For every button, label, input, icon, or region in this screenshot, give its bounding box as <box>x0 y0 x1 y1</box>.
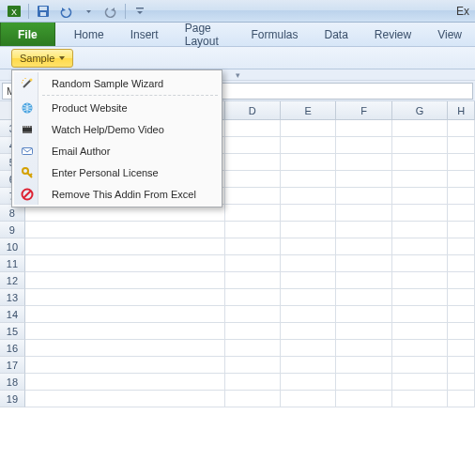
cell[interactable] <box>392 272 448 289</box>
cell[interactable] <box>392 306 448 323</box>
cell[interactable] <box>336 188 391 205</box>
cell[interactable] <box>336 205 391 222</box>
customize-qat-icon[interactable] <box>130 2 150 21</box>
cell[interactable] <box>392 222 448 238</box>
excel-icon[interactable]: X <box>4 2 24 21</box>
menu-item[interactable]: Enter Personal License <box>14 161 220 183</box>
cell[interactable] <box>392 255 448 272</box>
undo-icon[interactable] <box>55 2 76 21</box>
menu-item[interactable]: Random Sample Wizard <box>14 72 220 94</box>
cell[interactable] <box>281 306 336 323</box>
save-icon[interactable] <box>33 2 54 21</box>
cell[interactable] <box>281 391 336 407</box>
cell[interactable] <box>448 272 475 289</box>
cell[interactable] <box>225 357 281 374</box>
tab-data[interactable]: Data <box>311 23 360 46</box>
cell[interactable] <box>281 374 336 391</box>
cell[interactable] <box>392 391 448 407</box>
cell[interactable] <box>336 374 391 391</box>
undo-dropdown-icon[interactable] <box>78 2 99 21</box>
cell[interactable] <box>281 255 336 272</box>
tab-formulas[interactable]: Formulas <box>238 23 311 46</box>
cell[interactable] <box>25 374 225 391</box>
cell[interactable] <box>336 306 391 323</box>
cell[interactable] <box>25 391 225 407</box>
cell[interactable] <box>281 289 336 306</box>
cell[interactable] <box>448 340 475 357</box>
cell[interactable] <box>336 357 391 374</box>
cell[interactable] <box>225 272 281 289</box>
cell[interactable] <box>281 323 336 340</box>
cell[interactable] <box>336 272 391 289</box>
cell[interactable] <box>281 340 336 357</box>
cell[interactable] <box>392 171 448 188</box>
row-header[interactable]: 15 <box>0 323 25 340</box>
row-header[interactable]: 10 <box>0 238 25 255</box>
row-header[interactable]: 12 <box>0 272 25 289</box>
cell[interactable] <box>336 222 391 238</box>
column-header[interactable]: F <box>336 101 391 120</box>
cell[interactable] <box>281 171 336 188</box>
cell[interactable] <box>336 289 391 306</box>
cell[interactable] <box>281 238 336 255</box>
cell[interactable] <box>281 154 336 171</box>
cell[interactable] <box>336 323 391 340</box>
redo-icon[interactable] <box>100 2 121 21</box>
cell[interactable] <box>281 137 336 154</box>
menu-item[interactable]: Email Author <box>14 140 220 161</box>
cell[interactable] <box>25 289 225 306</box>
cell[interactable] <box>225 306 281 323</box>
tab-insert[interactable]: Insert <box>117 23 172 46</box>
cell[interactable] <box>25 323 225 340</box>
cell[interactable] <box>448 289 475 306</box>
cell[interactable] <box>336 171 391 188</box>
file-tab[interactable]: File <box>0 23 55 46</box>
cell[interactable] <box>281 205 336 222</box>
cell[interactable] <box>336 340 391 357</box>
cell[interactable] <box>225 205 281 222</box>
cell[interactable] <box>336 238 391 255</box>
cell[interactable] <box>448 205 475 222</box>
cell[interactable] <box>448 137 475 154</box>
cell[interactable] <box>336 137 391 154</box>
cell[interactable] <box>225 391 281 407</box>
cell[interactable] <box>336 391 391 407</box>
column-header[interactable]: D <box>225 101 281 120</box>
cell[interactable] <box>281 120 336 137</box>
cell[interactable] <box>225 120 281 137</box>
cell[interactable] <box>392 323 448 340</box>
row-header[interactable]: 16 <box>0 340 25 357</box>
cell[interactable] <box>25 238 225 255</box>
cell[interactable] <box>281 357 336 374</box>
column-header[interactable]: E <box>281 101 336 120</box>
row-header[interactable]: 14 <box>0 306 25 323</box>
tab-page-layout[interactable]: Page Layout <box>172 23 238 46</box>
cell[interactable] <box>336 154 391 171</box>
cell[interactable] <box>448 391 475 407</box>
cell[interactable] <box>448 171 475 188</box>
column-header[interactable]: H <box>448 101 475 120</box>
menu-item[interactable]: Product Website <box>14 97 220 118</box>
cell[interactable] <box>392 120 448 137</box>
cell[interactable] <box>336 120 391 137</box>
cell[interactable] <box>225 255 281 272</box>
cell[interactable] <box>392 154 448 171</box>
cell[interactable] <box>392 340 448 357</box>
cell[interactable] <box>25 272 225 289</box>
cell[interactable] <box>392 374 448 391</box>
cell[interactable] <box>448 238 475 255</box>
cell[interactable] <box>448 188 475 205</box>
tab-home[interactable]: Home <box>61 23 117 46</box>
cell[interactable] <box>225 137 281 154</box>
cell[interactable] <box>25 255 225 272</box>
cell[interactable] <box>281 222 336 238</box>
row-header[interactable]: 19 <box>0 391 25 407</box>
cell[interactable] <box>225 222 281 238</box>
cell[interactable] <box>448 374 475 391</box>
tab-view[interactable]: View <box>424 23 475 46</box>
cell[interactable] <box>225 340 281 357</box>
cell[interactable] <box>25 222 225 238</box>
tab-review[interactable]: Review <box>361 23 424 46</box>
cell[interactable] <box>281 272 336 289</box>
column-header[interactable]: G <box>392 101 448 120</box>
